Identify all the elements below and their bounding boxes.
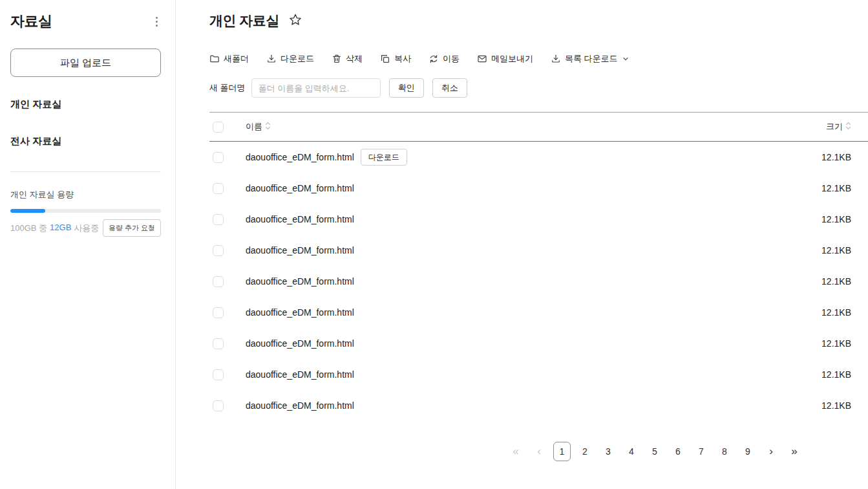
table-row: daouoffice_eDM_form.html 12.1KB [209, 235, 868, 266]
table-row: daouoffice_eDM_form.html 12.1KB [209, 204, 868, 235]
pagination-page-button[interactable]: 8 [715, 442, 734, 461]
new-folder-label: 새 폴더명 [209, 82, 246, 94]
pagination-page-button[interactable]: 9 [739, 442, 757, 461]
storage-progress-fill [10, 209, 45, 213]
file-name[interactable]: daouoffice_eDM_form.html [246, 214, 354, 224]
file-size: 12.1KB [821, 338, 851, 349]
file-name[interactable]: daouoffice_eDM_form.html [246, 400, 354, 411]
delete-button[interactable]: 삭제 [332, 53, 363, 65]
star-icon [289, 14, 302, 28]
copy-button[interactable]: 복사 [380, 53, 411, 65]
table-header: 이름 크기 [209, 112, 868, 142]
row-checkbox[interactable] [213, 338, 224, 349]
pagination-page-button[interactable]: 3 [599, 442, 617, 461]
table-row: daouoffice_eDM_form.html 12.1KB [209, 390, 868, 421]
move-icon [429, 54, 439, 64]
sidebar-divider [10, 171, 161, 172]
pagination-last-button[interactable]: » [785, 442, 803, 461]
table-row: daouoffice_eDM_form.html 12.1KB [209, 266, 868, 297]
pagination-page-button[interactable]: 4 [622, 442, 640, 461]
storage-usage-value: 12GB [50, 223, 71, 234]
favorite-button[interactable] [289, 14, 302, 28]
folder-icon [209, 54, 220, 64]
file-size: 12.1KB [821, 400, 851, 411]
storage-progress-bar [10, 209, 161, 213]
pagination-page-button[interactable]: 6 [669, 442, 687, 461]
pagination-page-button[interactable]: 2 [576, 442, 594, 461]
file-table: 이름 크기 [209, 112, 868, 421]
confirm-button[interactable]: 확인 [389, 78, 424, 98]
row-download-button[interactable]: 다운로드 [361, 149, 407, 166]
download-button[interactable]: 다운로드 [266, 53, 314, 65]
table-row: daouoffice_eDM_form.html 12.1KB [209, 359, 868, 390]
toolbar-label: 이동 [443, 53, 460, 65]
copy-icon [380, 54, 390, 64]
file-upload-button[interactable]: 파일 업로드 [10, 49, 161, 77]
file-size: 12.1KB [821, 276, 851, 287]
pagination-page-button[interactable]: 1 [553, 442, 571, 461]
download-icon [266, 54, 277, 64]
column-header-name[interactable]: 이름 [246, 121, 271, 133]
row-checkbox[interactable] [213, 214, 224, 225]
table-row: daouoffice_eDM_form.html 12.1KB [209, 328, 868, 359]
column-size-label: 크기 [826, 121, 843, 133]
toolbar: 새폴더 다운로드 삭제 [209, 53, 868, 65]
send-mail-button[interactable]: 메일보내기 [477, 53, 533, 65]
toolbar-label: 목록 다운로드 [565, 53, 618, 65]
mail-icon [477, 54, 487, 64]
list-download-button[interactable]: 목록 다운로드 [551, 53, 630, 65]
move-button[interactable]: 이동 [429, 53, 460, 65]
pagination-first-button[interactable]: « [507, 442, 525, 461]
trash-icon [332, 54, 342, 64]
sort-icon [845, 122, 851, 132]
row-checkbox[interactable] [213, 152, 224, 163]
cancel-button[interactable]: 취소 [432, 78, 467, 98]
pagination-next-button[interactable]: › [762, 442, 780, 461]
pagination-page-button[interactable]: 5 [646, 442, 664, 461]
file-size: 12.1KB [821, 152, 851, 162]
pagination-page-button[interactable]: 7 [692, 442, 710, 461]
toolbar-label: 복사 [394, 53, 411, 65]
pagination-prev-button[interactable]: ‹ [530, 442, 548, 461]
file-name[interactable]: daouoffice_eDM_form.html [246, 276, 354, 287]
toolbar-label: 삭제 [346, 53, 363, 65]
kebab-menu-icon[interactable] [153, 14, 161, 30]
table-row: daouoffice_eDM_form.html 다운로드 12.1KB [209, 142, 868, 173]
new-folder-button[interactable]: 새폴더 [209, 53, 249, 65]
file-name[interactable]: daouoffice_eDM_form.html [246, 369, 354, 380]
column-name-label: 이름 [246, 121, 262, 133]
row-checkbox[interactable] [213, 183, 224, 194]
toolbar-label: 메일보내기 [491, 53, 533, 65]
storage-usage-suffix: 사용중 [74, 223, 99, 234]
row-checkbox[interactable] [213, 307, 224, 318]
row-checkbox[interactable] [213, 276, 224, 287]
file-name[interactable]: daouoffice_eDM_form.html [246, 183, 354, 193]
sidebar-item-company-archive[interactable]: 전사 자료실 [10, 123, 161, 160]
sidebar: 자료실 파일 업로드 개인 자료실 전사 자료실 개인 자료실 용량 100GB… [0, 0, 176, 489]
sidebar-title: 자료실 [10, 12, 52, 31]
column-header-size[interactable]: 크기 [826, 121, 851, 133]
main-content: 개인 자료실 새폴더 다운로드 [176, 0, 868, 489]
page-title: 개인 자료실 [209, 12, 279, 30]
file-size: 12.1KB [821, 183, 851, 193]
table-body: daouoffice_eDM_form.html 다운로드 12.1KB dao… [209, 142, 868, 421]
select-all-checkbox[interactable] [213, 122, 224, 133]
file-name[interactable]: daouoffice_eDM_form.html [246, 152, 354, 162]
chevron-down-icon [622, 55, 630, 63]
toolbar-label: 다운로드 [281, 53, 314, 65]
file-name[interactable]: daouoffice_eDM_form.html [246, 338, 354, 349]
row-checkbox[interactable] [213, 400, 224, 411]
row-checkbox[interactable] [213, 245, 224, 256]
file-size: 12.1KB [821, 214, 851, 224]
request-capacity-button[interactable]: 용량 추가 요청 [103, 219, 161, 237]
row-checkbox[interactable] [213, 369, 224, 380]
file-name[interactable]: daouoffice_eDM_form.html [246, 307, 354, 318]
download-icon [551, 54, 561, 64]
file-name[interactable]: daouoffice_eDM_form.html [246, 245, 354, 255]
file-size: 12.1KB [821, 369, 851, 380]
new-folder-name-input[interactable] [251, 78, 381, 98]
storage-usage-prefix: 100GB 중 [10, 223, 47, 234]
storage-usage-text: 100GB 중 12GB 사용중 [10, 223, 99, 234]
table-row: daouoffice_eDM_form.html 12.1KB [209, 297, 868, 328]
sidebar-item-personal-archive[interactable]: 개인 자료실 [10, 86, 161, 123]
